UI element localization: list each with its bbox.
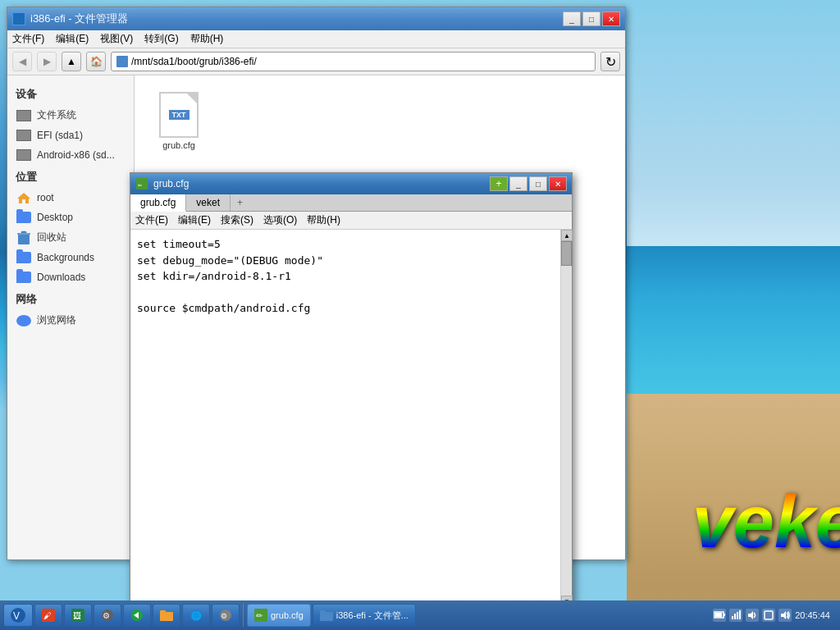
- te-menu-search[interactable]: 搜索(S): [221, 213, 253, 227]
- te-titlebar-controls: + _ □ ✕: [490, 176, 567, 191]
- tray-icon-3[interactable]: [746, 609, 759, 622]
- sidebar-item-backgrounds[interactable]: Backgrounds: [7, 248, 134, 267]
- svg-rect-34: [765, 611, 773, 619]
- tray-icon-4[interactable]: [762, 609, 775, 622]
- svg-text:🖌: 🖌: [43, 611, 52, 620]
- te-menu-edit[interactable]: 编辑(E): [178, 213, 211, 227]
- te-expand-button[interactable]: +: [490, 176, 508, 191]
- places-section-title: 位置: [7, 165, 134, 188]
- paint-icon: 🖌: [42, 609, 55, 622]
- scroll-up-button[interactable]: ▲: [561, 230, 573, 241]
- minimize-button[interactable]: _: [563, 11, 581, 26]
- sidebar-label-network: 浏览网络: [37, 313, 76, 327]
- svg-marker-35: [781, 611, 786, 619]
- tab-add-button[interactable]: +: [231, 194, 249, 211]
- fm-sidebar: 设备 文件系统 EFI (sda1) Android-x86 (sd... 位: [7, 75, 135, 559]
- svg-text:⚙: ⚙: [103, 611, 110, 620]
- taskbar-item-editor[interactable]: ✏ grub.cfg: [247, 604, 311, 627]
- svg-rect-29: [732, 616, 733, 619]
- taskbar-tray: 20:45:44: [713, 609, 837, 622]
- file-manager-menubar: 文件(F) 编辑(E) 视图(V) 转到(G) 帮助(H): [7, 30, 625, 48]
- text-editor-titlebar: ✏ grub.cfg + _ □ ✕: [130, 173, 572, 194]
- txt-file-icon: TXT: [159, 92, 199, 138]
- close-button[interactable]: ✕: [602, 11, 620, 26]
- sidebar-label-downloads: Downloads: [37, 272, 85, 283]
- sidebar-label-efi: EFI (sda1): [37, 130, 83, 141]
- menu-edit[interactable]: 编辑(E): [56, 32, 89, 46]
- svg-rect-1: [18, 234, 30, 244]
- taskbar-item-filemanager[interactable]: i386-efi - 文件管...: [313, 604, 416, 627]
- tray-icon-5[interactable]: [778, 609, 792, 622]
- tray-icon-2[interactable]: [729, 609, 742, 622]
- tab-veket[interactable]: veket: [186, 194, 231, 211]
- te-minimize-button[interactable]: _: [509, 176, 527, 191]
- android-icon: [16, 148, 32, 162]
- menu-file[interactable]: 文件(F): [12, 32, 44, 46]
- te-menu-file[interactable]: 文件(E): [135, 213, 168, 227]
- svg-rect-17: [160, 610, 166, 614]
- sidebar-item-desktop[interactable]: Desktop: [7, 208, 134, 227]
- te-tabs: grub.cfg veket +: [130, 194, 572, 212]
- sidebar-item-network[interactable]: 浏览网络: [7, 310, 134, 331]
- menu-goto[interactable]: 转到(G): [144, 32, 178, 46]
- sidebar-item-filesystem[interactable]: 文件系统: [7, 105, 134, 126]
- nav-forward-button[interactable]: ▶: [37, 52, 57, 71]
- sidebar-item-efi[interactable]: EFI (sda1): [7, 126, 134, 145]
- folder2-icon: [160, 609, 173, 622]
- te-maximize-button[interactable]: □: [529, 176, 547, 191]
- file-item-grub[interactable]: TXT grub.cfg: [146, 87, 212, 155]
- svg-marker-33: [748, 611, 753, 619]
- te-title-left: grub.cfg: [153, 178, 189, 189]
- speaker-icon: [746, 609, 758, 621]
- arrow-icon: [130, 609, 144, 622]
- nav-home-button[interactable]: 🏠: [86, 52, 106, 71]
- tray-icon-1[interactable]: [713, 609, 726, 622]
- veket-logo: veke: [692, 480, 840, 564]
- network-section-title: 网络: [7, 287, 134, 310]
- taskbar-item-net[interactable]: 🌐: [182, 604, 210, 627]
- nav-up-button[interactable]: ▲: [62, 52, 81, 71]
- taskbar-item-arrow[interactable]: [123, 604, 151, 627]
- te-menu-options[interactable]: 选项(O): [263, 213, 297, 227]
- svg-marker-0: [17, 193, 30, 203]
- address-bar[interactable]: /mnt/sda1/boot/grub/i386-efi/: [111, 52, 596, 71]
- te-close-button[interactable]: ✕: [549, 176, 567, 191]
- taskbar-item-paint[interactable]: 🖌: [34, 604, 62, 627]
- nav-back-button[interactable]: ◀: [12, 52, 32, 71]
- te-title-icon: ✏: [135, 177, 148, 190]
- sidebar-item-root[interactable]: root: [7, 188, 134, 208]
- sidebar-item-trash[interactable]: 回收站: [7, 227, 134, 248]
- taskbar-item-gear[interactable]: ⚙: [212, 604, 240, 627]
- svg-rect-30: [734, 614, 736, 619]
- svg-rect-28: [715, 613, 722, 617]
- menu-help[interactable]: 帮助(H): [190, 32, 224, 46]
- photo-icon: 🖼: [71, 609, 84, 622]
- maximize-button[interactable]: □: [582, 11, 600, 26]
- taskbar-item-photo[interactable]: 🖼: [64, 604, 92, 627]
- sidebar-item-android[interactable]: Android-x86 (sd...: [7, 145, 134, 165]
- svg-rect-27: [724, 614, 725, 616]
- taskbar-item-config[interactable]: ⚙: [94, 604, 121, 627]
- te-menu-help[interactable]: 帮助(H): [307, 213, 340, 227]
- scroll-track[interactable]: [561, 241, 572, 596]
- devices-section-title: 设备: [7, 82, 134, 105]
- te-textarea[interactable]: set timeout=5 set debug_mode="(DEBUG mod…: [130, 230, 560, 607]
- address-text: /mnt/sda1/boot/grub/i386-efi/: [131, 56, 257, 67]
- tab-grub-cfg[interactable]: grub.cfg: [130, 194, 186, 212]
- svg-rect-25: [320, 610, 326, 614]
- refresh-button[interactable]: ↻: [600, 52, 620, 71]
- net-icon: 🌐: [189, 609, 203, 622]
- text-editor-menubar: 文件(E) 编辑(E) 搜索(S) 选项(O) 帮助(H): [130, 212, 572, 230]
- titlebar-left: i386-efi - 文件管理器: [12, 11, 128, 26]
- taskbar-item-folder2[interactable]: [153, 604, 180, 627]
- efi-icon: [16, 129, 32, 142]
- svg-text:⚙: ⚙: [221, 612, 227, 620]
- taskbar-start-button[interactable]: V: [3, 604, 33, 627]
- downloads-folder-icon: [16, 271, 32, 284]
- fm-title-icon: [12, 12, 25, 25]
- taskbar: V 🖌 🖼 ⚙ 🌐 ⚙ ✏ grub.cfg i386-efi - 文件管...: [0, 600, 840, 630]
- scroll-thumb[interactable]: [561, 241, 572, 266]
- titlebar-controls: _ □ ✕: [563, 11, 620, 26]
- sidebar-item-downloads[interactable]: Downloads: [7, 267, 134, 287]
- menu-view[interactable]: 视图(V): [100, 32, 133, 46]
